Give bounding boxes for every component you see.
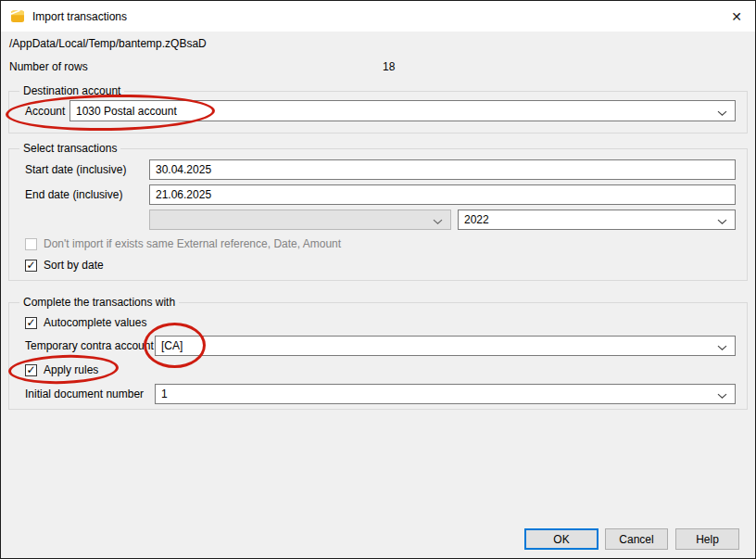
title-bar: Import transactions ✕ [1,1,755,32]
destination-account-legend: Destination account [19,84,124,97]
chevron-down-icon [717,214,727,227]
temp-file-path: /AppData/Local/Temp/bantemp.zQBsaD [9,37,207,50]
start-date-label: Start date (inclusive) [25,163,126,176]
chevron-down-icon [717,388,727,401]
dont-import-duplicates-label: Don't import if exists same External ref… [44,237,341,250]
temporary-contra-account-combobox[interactable]: [CA] [155,336,736,356]
chevron-down-icon [717,340,727,353]
import-transactions-dialog: Import transactions ✕ /AppData/Local/Tem… [0,0,756,559]
temporary-contra-account-label: Temporary contra account [25,339,154,352]
close-icon[interactable]: ✕ [724,6,750,28]
help-button[interactable]: Help [675,528,739,550]
end-date-input[interactable]: 21.06.2025 [149,184,736,205]
number-of-rows-value: 18 [383,60,395,73]
temporary-contra-account-value: [CA] [161,339,183,352]
period-combobox-disabled [149,210,451,230]
chevron-down-icon [717,106,727,119]
end-date-value: 21.06.2025 [156,188,211,201]
autocomplete-values-label[interactable]: Autocomplete values [44,316,146,329]
initial-document-number-label: Initial document number [25,387,144,400]
account-combobox[interactable]: 1030 Postal account [69,100,736,121]
year-combobox-value: 2022 [464,213,489,226]
initial-document-number-value: 1 [161,387,168,400]
year-combobox[interactable]: 2022 [458,210,736,230]
ok-button[interactable]: OK [524,528,598,550]
complete-transactions-legend: Complete the transactions with [19,296,179,309]
number-of-rows-label: Number of rows [9,60,88,73]
apply-rules-checkbox[interactable]: ✓ [25,364,37,376]
start-date-value: 30.04.2025 [156,163,211,176]
account-label: Account [25,105,65,118]
select-transactions-legend: Select transactions [19,142,120,155]
start-date-input[interactable]: 30.04.2025 [149,159,736,180]
initial-document-number-combobox[interactable]: 1 [155,384,736,404]
dont-import-duplicates-checkbox [25,238,37,250]
sort-by-date-checkbox[interactable]: ✓ [25,260,37,272]
app-logo-icon [10,8,25,23]
account-combobox-value: 1030 Postal account [76,105,177,118]
cancel-button[interactable]: Cancel [605,528,668,550]
chevron-down-icon [433,214,443,227]
checkmark-icon: ✓ [26,364,35,376]
window-title: Import transactions [32,10,127,23]
end-date-label: End date (inclusive) [25,188,122,201]
checkmark-icon: ✓ [26,260,35,272]
autocomplete-values-checkbox[interactable]: ✓ [25,317,37,329]
apply-rules-label[interactable]: Apply rules [44,363,98,376]
sort-by-date-label[interactable]: Sort by date [44,259,104,272]
checkmark-icon: ✓ [26,317,35,329]
